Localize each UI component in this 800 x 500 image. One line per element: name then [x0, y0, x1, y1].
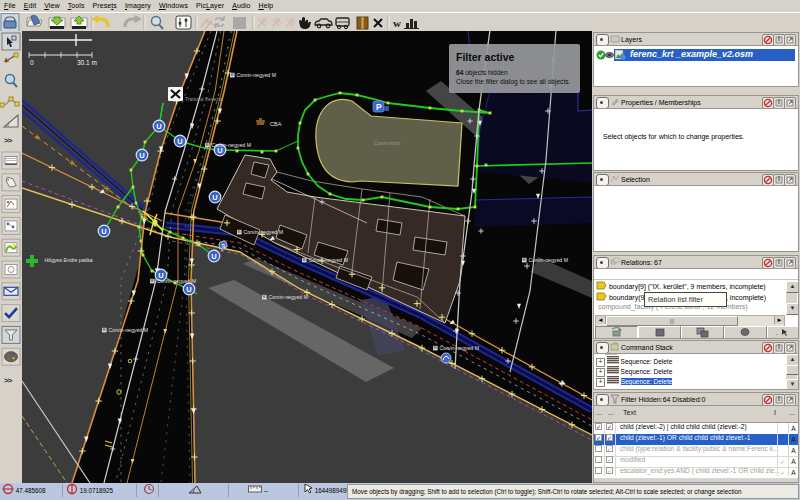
- svg-text:U: U: [211, 252, 216, 261]
- svg-text:⇅: ⇅: [221, 243, 226, 249]
- svg-text:Corvin-negyed M: Corvin-negyed M: [440, 345, 480, 351]
- svg-text:Trattoria Venezia: Trattoria Venezia: [185, 96, 223, 102]
- svg-text:CBA: CBA: [270, 121, 282, 127]
- svg-text:Corvin-negyed M: Corvin-negyed M: [269, 294, 309, 300]
- svg-text:M: M: [263, 295, 266, 299]
- svg-text:M: M: [238, 230, 241, 234]
- svg-text:Corvin-negyed M: Corvin-negyed M: [212, 142, 252, 148]
- svg-text:64 objects hidden: 64 objects hidden: [456, 69, 508, 77]
- svg-text:M: M: [434, 346, 437, 350]
- svg-text:U: U: [212, 193, 217, 202]
- svg-text:U: U: [101, 227, 106, 236]
- svg-text:Close the filter dialog to see: Close the filter dialog to see all objec…: [456, 78, 571, 86]
- svg-text:U: U: [156, 122, 161, 131]
- svg-text:Filter active: Filter active: [456, 51, 515, 63]
- svg-text:Corvin-negyed M: Corvin-negyed M: [244, 229, 284, 235]
- svg-text:U: U: [186, 285, 191, 294]
- svg-text:M: M: [206, 143, 209, 147]
- svg-text:P: P: [376, 102, 382, 112]
- svg-text:0: 0: [30, 59, 34, 66]
- svg-text:M: M: [231, 73, 234, 77]
- svg-text:M: M: [303, 258, 306, 262]
- svg-text:Corvin mozi: Corvin mozi: [374, 140, 400, 146]
- svg-text:>>: >>: [4, 376, 13, 385]
- svg-text:M: M: [103, 328, 106, 332]
- svg-text:Corvin-negyed M: Corvin-negyed M: [529, 257, 569, 263]
- svg-text:.: .: [776, 329, 778, 336]
- svg-text:M: M: [151, 279, 154, 283]
- svg-text:M: M: [523, 258, 526, 262]
- svg-text:U: U: [177, 137, 182, 146]
- svg-text:w: w: [393, 17, 401, 29]
- svg-text:30.1 m: 30.1 m: [77, 59, 97, 66]
- svg-text:Hőgyes Endre patika: Hőgyes Endre patika: [45, 257, 93, 263]
- svg-text:Corvin-negyed M: Corvin-negyed M: [237, 72, 277, 78]
- svg-text:Corvin-negyed M: Corvin-negyed M: [109, 327, 149, 333]
- svg-text:Corvin-negyed M: Corvin-negyed M: [157, 278, 197, 284]
- svg-text:Corvin-negyed M: Corvin-negyed M: [309, 257, 349, 263]
- svg-text:>>: >>: [4, 136, 13, 145]
- svg-text:U: U: [139, 151, 144, 160]
